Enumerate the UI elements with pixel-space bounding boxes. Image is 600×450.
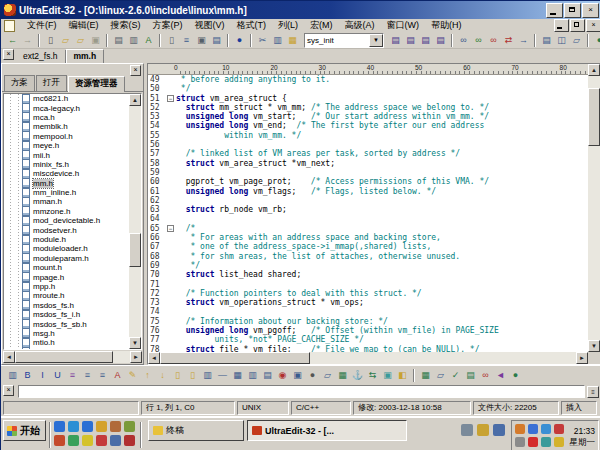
display-settings-icon[interactable] [493, 424, 505, 436]
goto-icon[interactable]: → [516, 33, 531, 47]
funcbar-close-icon[interactable]: × [3, 385, 14, 396]
link-icon[interactable]: ∞ [478, 368, 493, 382]
file-item[interactable]: msdos_fs_i.h [4, 310, 129, 319]
file-item[interactable]: mroute.h [4, 291, 129, 300]
file-item[interactable]: mca.h [4, 113, 129, 122]
pen-input-icon[interactable] [477, 424, 489, 436]
insert-image-icon[interactable]: ▦ [335, 368, 350, 382]
scroll-down-icon[interactable]: ▼ [588, 340, 600, 352]
book-icon[interactable]: ▤ [209, 33, 224, 47]
scroll-left-icon[interactable]: ◄ [3, 351, 15, 363]
page-copy-icon[interactable]: ▯ [185, 368, 200, 382]
tray-antivirus-icon[interactable] [554, 424, 564, 434]
function-list-icon[interactable]: ▤ [388, 33, 403, 47]
menu-window[interactable]: 窗口(W) [381, 20, 426, 30]
close-button[interactable]: × [582, 3, 599, 18]
font-color-icon[interactable]: A [110, 368, 125, 382]
spell-check-icon[interactable]: A [141, 33, 156, 47]
firebird-icon[interactable] [54, 435, 65, 446]
sort-ascending-icon[interactable]: ↑ [140, 368, 155, 382]
bullet-list-icon[interactable]: ≡ [95, 368, 110, 382]
document-icon[interactable]: ▯ [164, 33, 179, 47]
ie-channels-icon[interactable] [82, 421, 93, 432]
find-next-icon[interactable]: ∞ [471, 33, 486, 47]
menu-column[interactable]: 列(L) [272, 20, 304, 30]
user-tool-icon[interactable] [110, 435, 121, 446]
file-item[interactable]: msdos_fs_sb.h [4, 319, 129, 328]
file-item[interactable]: mm.h [4, 179, 129, 188]
menu-format[interactable]: 格式(T) [231, 20, 273, 30]
sync-icon[interactable]: ⇆ [365, 368, 380, 382]
bold-icon[interactable]: B [20, 368, 35, 382]
save-icon[interactable]: ▣ [88, 33, 103, 47]
spell-green-icon[interactable]: ✓ [448, 368, 463, 382]
indent-icon[interactable]: ≡ [65, 368, 80, 382]
insert-row-icon[interactable]: ▤ [260, 368, 275, 382]
view-source-icon[interactable]: ▥ [5, 368, 20, 382]
back-icon[interactable]: ← [5, 33, 20, 47]
sidebar-close-icon[interactable]: × [130, 65, 141, 76]
internet-explorer-icon[interactable] [54, 421, 65, 432]
file-item[interactable]: n_r3964.h [4, 348, 129, 349]
file-item[interactable]: mman.h [4, 197, 129, 206]
print-icon[interactable]: ▤ [111, 33, 126, 47]
doc-tab-mm[interactable]: mm.h [66, 49, 105, 63]
scroll-right-icon[interactable]: ► [130, 351, 142, 363]
sidebar-horizontal-scrollbar[interactable]: ◄ ► [3, 351, 142, 363]
file-item[interactable]: mmzone.h [4, 207, 129, 216]
file-item[interactable]: moduleparam.h [4, 254, 129, 263]
paste-icon[interactable]: ▦ [285, 33, 300, 47]
file-item[interactable]: mpp.h [4, 282, 129, 291]
file-item[interactable]: mempool.h [4, 132, 129, 141]
forward-icon[interactable]: → [20, 33, 35, 47]
menu-search[interactable]: 搜索(S) [105, 20, 147, 30]
file-item[interactable]: msg.h [4, 329, 129, 338]
editor-horizontal-scrollbar[interactable]: ◄ ► [148, 352, 588, 364]
file-item[interactable]: mca-legacy.h [4, 103, 129, 112]
mdi-restore-button[interactable] [570, 19, 585, 32]
scroll-up-icon[interactable]: ▲ [129, 94, 141, 106]
find-in-files-icon[interactable]: ∞ [486, 33, 501, 47]
clipboard-list-icon[interactable]: ▤ [433, 33, 448, 47]
fold-toggle-icon[interactable]: − [167, 225, 174, 232]
tray-volume-icon[interactable] [515, 437, 525, 447]
funcbar-expand-icon[interactable]: ≡ [587, 386, 599, 398]
menu-edit[interactable]: 编辑(E) [63, 20, 105, 30]
insert-column-icon[interactable]: ▥ [245, 368, 260, 382]
table-grid-icon[interactable]: ▦ [418, 368, 433, 382]
menu-macro[interactable]: 宏(M) [304, 20, 339, 30]
mdi-minimize-button[interactable] [554, 19, 569, 32]
file-item[interactable]: mpage.h [4, 272, 129, 281]
file-item[interactable]: mc6821.h [4, 94, 129, 103]
restore-button[interactable] [564, 3, 581, 18]
split-vertical-icon[interactable]: ◫ [554, 33, 569, 47]
menu-file[interactable]: 文件(F) [21, 20, 63, 30]
italic-icon[interactable]: I [35, 368, 50, 382]
edit-pencil-icon[interactable]: ✎ [125, 368, 140, 382]
tray-network2-icon[interactable] [541, 424, 551, 434]
world-icon[interactable]: ● [508, 368, 523, 382]
fold-toggle-icon[interactable]: − [167, 95, 174, 102]
taskbar-button-ultraedit[interactable]: UltraEdit-32 - [... [247, 420, 407, 441]
desktop-icon[interactable] [96, 435, 107, 446]
menu-view[interactable]: 视图(V) [189, 20, 231, 30]
doc-tab-ext2_fs[interactable]: ext2_fs.h [16, 50, 66, 63]
environment-combo[interactable]: sys_init ▼ [304, 33, 384, 48]
numbered-list-icon[interactable]: ≡ [80, 368, 95, 382]
scroll-thumb[interactable] [15, 351, 113, 363]
file-item[interactable]: mm_inline.h [4, 188, 129, 197]
outlook-express-icon[interactable] [68, 421, 79, 432]
sidebar-vertical-scrollbar[interactable]: ▲ ▼ [129, 94, 141, 349]
checkbox-icon[interactable]: ▣ [290, 368, 305, 382]
scroll-left-icon[interactable]: ◄ [148, 352, 160, 364]
mdi-close-button[interactable]: × [586, 19, 600, 32]
split-horizontal-icon[interactable]: ▤ [539, 33, 554, 47]
mail-icon[interactable]: ▤ [463, 368, 478, 382]
sidebar-tab-project[interactable]: 方案 [4, 75, 35, 91]
replace-icon[interactable]: ⇄ [501, 33, 516, 47]
window-list-icon[interactable]: ▱ [569, 33, 584, 47]
new-file-icon[interactable]: ▯ [43, 33, 58, 47]
new-window-icon[interactable]: ▱ [320, 368, 335, 382]
horizontal-rule-icon[interactable]: — [215, 368, 230, 382]
template-list-icon[interactable]: ▤ [418, 33, 433, 47]
